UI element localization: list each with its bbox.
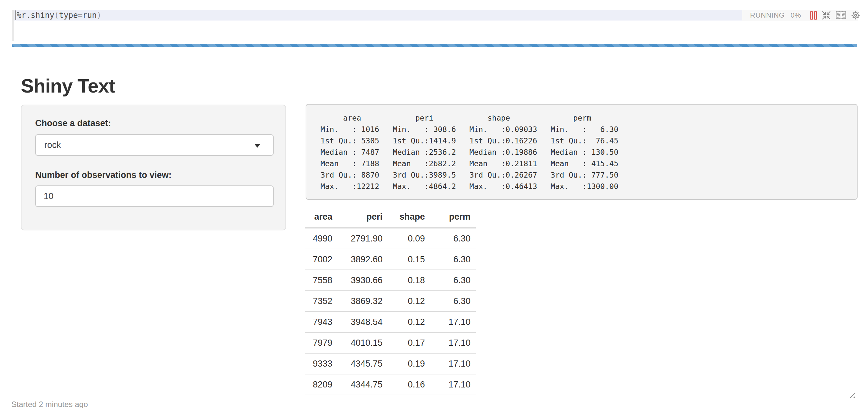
table-cell: 6.30 xyxy=(430,228,476,249)
open-book-icon xyxy=(835,10,846,20)
started-note: Started 2 minutes ago xyxy=(11,400,88,408)
compress-icon xyxy=(822,10,831,20)
table-cell: 0.17 xyxy=(388,333,430,353)
chevron-down-icon xyxy=(254,144,261,148)
table-cell: 7352 xyxy=(305,291,338,312)
table-column-header: area xyxy=(305,207,338,228)
table-row: 70023892.600.156.30 xyxy=(305,249,476,270)
settings-button[interactable] xyxy=(851,10,861,20)
table-cell: 3892.60 xyxy=(338,249,388,270)
table-cell: 3869.32 xyxy=(338,291,388,312)
table-column-header: perm xyxy=(430,207,476,228)
sidebar-panel: Choose a dataset: rock Number of observa… xyxy=(21,104,286,230)
table-cell: 17.10 xyxy=(430,312,476,333)
table-row: 73523869.320.126.30 xyxy=(305,291,476,312)
progress-bar xyxy=(12,44,857,47)
table-row: 93334345.750.1917.10 xyxy=(305,353,476,374)
table-cell: 6.30 xyxy=(430,249,476,270)
table-cell: 17.10 xyxy=(430,333,476,353)
table-column-header: shape xyxy=(388,207,430,228)
table-cell: 4345.75 xyxy=(338,353,388,374)
table-cell: 17.10 xyxy=(430,353,476,374)
editor-gutter xyxy=(12,10,14,41)
table-cell: 0.09 xyxy=(388,228,430,249)
table-cell: 0.12 xyxy=(388,312,430,333)
table-cell: 4990 xyxy=(305,228,338,249)
table-cell: 0.18 xyxy=(388,270,430,291)
table-row: 75583930.660.186.30 xyxy=(305,270,476,291)
table-cell: 17.10 xyxy=(430,374,476,395)
page-title: Shiny Text xyxy=(21,75,115,97)
table-cell: 7943 xyxy=(305,312,338,333)
table-cell: 6.30 xyxy=(430,270,476,291)
observations-label: Number of observations to view: xyxy=(35,170,172,180)
table-cell: 7979 xyxy=(305,333,338,353)
table-cell: 4010.15 xyxy=(338,333,388,353)
observations-input[interactable] xyxy=(35,185,274,207)
table-cell: 3930.66 xyxy=(338,270,388,291)
code-text: %r.shiny(type=run) xyxy=(17,11,101,20)
table-cell: 0.12 xyxy=(388,291,430,312)
pause-button[interactable] xyxy=(810,11,817,20)
summary-output: area peri shape perm Min. : 1016 Min. : … xyxy=(306,104,858,200)
status-badge: RUNNING xyxy=(750,11,784,20)
pause-icon xyxy=(810,11,817,20)
paragraph-controls: RUNNING 0% xyxy=(742,10,858,21)
code-editor-line[interactable]: %r.shiny(type=run) xyxy=(14,10,742,21)
dataset-select[interactable]: rock xyxy=(35,134,274,156)
table-cell: 4344.75 xyxy=(338,374,388,395)
table-cell: 7558 xyxy=(305,270,338,291)
observations-table: areaperishapeperm 49902791.900.096.30700… xyxy=(305,207,476,395)
table-row: 79433948.540.1217.10 xyxy=(305,312,476,333)
table-cell: 8209 xyxy=(305,374,338,395)
show-editor-button[interactable] xyxy=(835,10,846,20)
table-cell: 7002 xyxy=(305,249,338,270)
table-row: 49902791.900.096.30 xyxy=(305,228,476,249)
table-cell: 0.16 xyxy=(388,374,430,395)
gear-icon xyxy=(851,10,861,20)
text-cursor xyxy=(15,10,16,20)
table-column-header: peri xyxy=(338,207,388,228)
table-cell: 3948.54 xyxy=(338,312,388,333)
table-header: areaperishapeperm xyxy=(305,207,476,228)
table-row: 79794010.150.1717.10 xyxy=(305,333,476,353)
dataset-label: Choose a dataset: xyxy=(35,118,111,128)
table-cell: 0.15 xyxy=(388,249,430,270)
table-cell: 6.30 xyxy=(430,291,476,312)
dataset-selected-value: rock xyxy=(44,140,61,150)
table-cell: 0.19 xyxy=(388,353,430,374)
resize-grip-icon[interactable] xyxy=(849,391,855,398)
progress-percent: 0% xyxy=(790,11,801,20)
table-row: 82094344.750.1617.10 xyxy=(305,374,476,395)
table-cell: 9333 xyxy=(305,353,338,374)
collapse-button[interactable] xyxy=(822,10,831,20)
table-cell: 2791.90 xyxy=(338,228,388,249)
